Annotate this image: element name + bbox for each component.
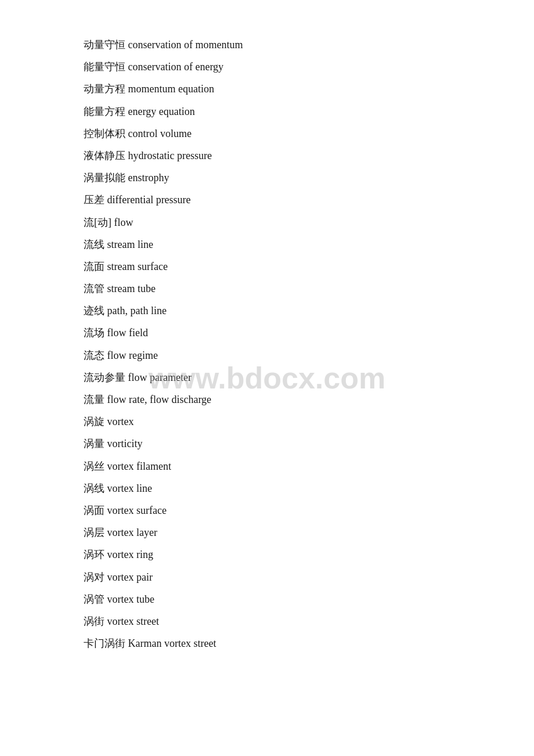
list-item: 涡量拟能 enstrophy — [84, 168, 450, 188]
list-item: 液体静压 hydrostatic pressure — [84, 146, 450, 165]
list-item: 涡面 vortex surface — [84, 501, 450, 520]
list-item: 控制体积 control volume — [84, 124, 450, 143]
list-item: 流态 flow regime — [84, 345, 450, 365]
list-item: 流量 flow rate, flow discharge — [84, 390, 450, 409]
list-item: 能量方程 energy equation — [84, 102, 450, 121]
list-item: 涡环 vortex ring — [84, 545, 450, 564]
list-item: 涡丝 vortex filament — [84, 456, 450, 476]
list-item: 流场 flow field — [84, 323, 450, 343]
list-item: 流管 stream tube — [84, 279, 450, 298]
list-item: 卡门涡街 Karman vortex street — [84, 633, 450, 653]
list-item: 涡旋 vortex — [84, 412, 450, 431]
list-item: 流线 stream line — [84, 235, 450, 254]
list-item: 动量方程 momentum equation — [84, 79, 450, 99]
list-item: 涡层 vortex layer — [84, 523, 450, 542]
list-item: 流[动] flow — [84, 213, 450, 232]
list-item: 涡对 vortex pair — [84, 567, 450, 587]
content-area: 动量守恒 conservation of momentum能量守恒 conser… — [0, 0, 534, 690]
list-item: 迹线 path, path line — [84, 301, 450, 321]
list-item: 涡管 vortex tube — [84, 589, 450, 609]
list-item: 能量守恒 conservation of energy — [84, 57, 450, 77]
list-item: 动量守恒 conservation of momentum — [84, 35, 450, 55]
list-item: 涡线 vortex line — [84, 478, 450, 498]
list-item: 涡量 vorticity — [84, 434, 450, 453]
list-item: 流动参量 flow parameter — [84, 368, 450, 387]
list-item: 压差 differential pressure — [84, 190, 450, 210]
list-item: 流面 stream surface — [84, 257, 450, 276]
list-item: 涡街 vortex street — [84, 611, 450, 631]
